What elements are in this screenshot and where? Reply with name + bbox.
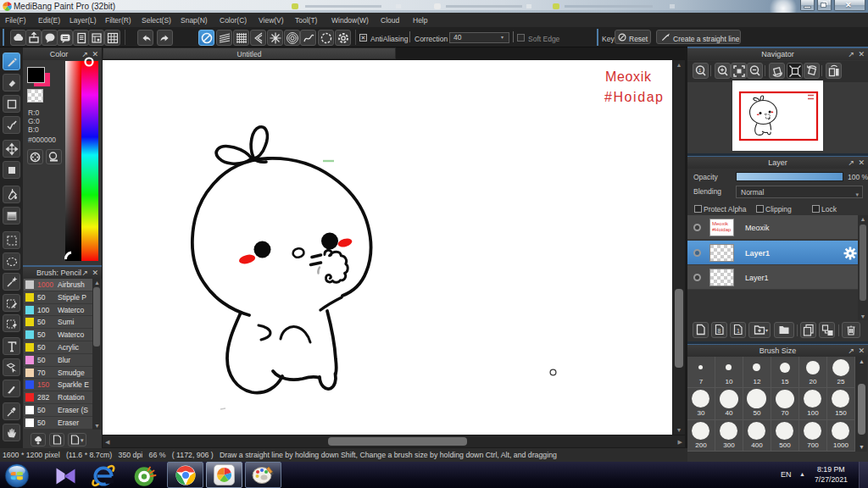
svg-text:#Hoidap: #Hoidap	[604, 90, 663, 104]
svg-text:8: 8	[718, 328, 721, 334]
svg-text:1: 1	[737, 328, 740, 334]
svg-text:1: 1	[698, 68, 702, 73]
svg-text:Meoxik: Meoxik	[605, 69, 652, 84]
